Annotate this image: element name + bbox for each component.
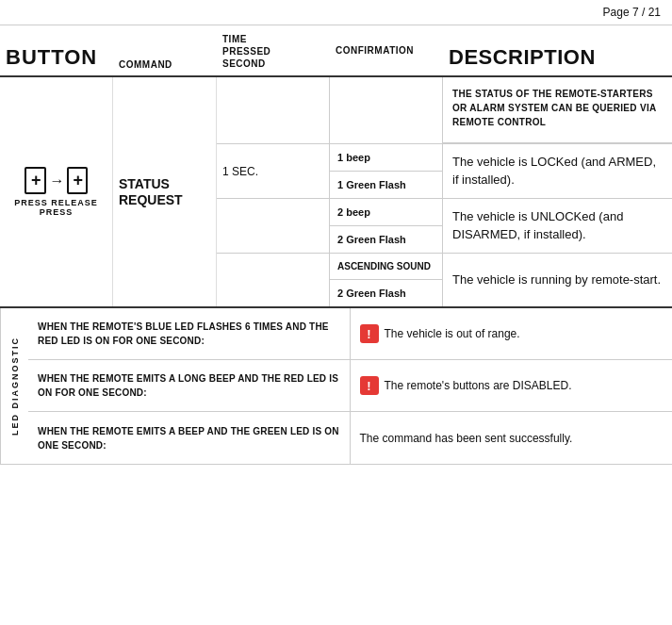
col-command-label: COMMAND [119, 59, 222, 70]
desc-unlocked: The vehicle is UNLOCKed (and DISARMED, i… [443, 199, 672, 254]
conf-ascending: ASCENDING SOUND [330, 254, 442, 280]
led-rows: WHEN THE REMOTE'S BLUE LED FLASHES 6 TIM… [28, 308, 672, 464]
command-title: STATUSREQUEST [119, 176, 183, 208]
warning-badge-1: ! [360, 324, 379, 343]
conf-group3: ASCENDING SOUND 2 Green Flash [330, 254, 443, 306]
group2: 2 beep 2 Green Flash The vehicle is UNLO… [217, 199, 672, 254]
time-empty2 [217, 199, 330, 254]
led-diagnostic-section: LED DIAGNOSTIC WHEN THE REMOTE'S BLUE LE… [0, 308, 672, 465]
conf-1gf: 1 Green Flash [330, 172, 442, 199]
main-content-row: + → + PRESS RELEASE PRESS STATUSREQUEST … [0, 77, 672, 308]
conf-2gf2: 2 Green Flash [330, 280, 442, 306]
press-labels: PRESS RELEASE PRESS [6, 198, 107, 217]
page-number: Page 7 / 21 [603, 6, 661, 19]
command-cell: STATUSREQUEST [113, 77, 217, 306]
time-empty-top [217, 77, 330, 143]
col-description-label: DESCRIPTION [449, 45, 666, 70]
led-diagnostic-label: LED DIAGNOSTIC [0, 308, 28, 464]
led-row-1: WHEN THE REMOTE'S BLUE LED FLASHES 6 TIM… [28, 308, 672, 360]
led-condition-1: WHEN THE REMOTE'S BLUE LED FLASHES 6 TIM… [28, 308, 351, 359]
time-cell: 1 SEC. [217, 144, 330, 199]
group3: ASCENDING SOUND 2 Green Flash The vehicl… [217, 254, 672, 306]
time-value: 1 SEC. [222, 165, 258, 178]
led-row-3: WHEN THE REMOTE EMITS A BEEP AND THE GRE… [28, 412, 672, 464]
led-result-text-3: The command has been sent successfully. [360, 432, 573, 445]
warning-badge-2: ! [360, 376, 379, 395]
page-header: Page 7 / 21 [0, 0, 672, 25]
plus-box-left: + [25, 167, 46, 194]
col-time-label: TIMEPRESSEDSECOND [222, 33, 336, 70]
desc-top-text: THE STATUS OF THE REMOTE-STARTERS OR ALA… [443, 77, 672, 143]
col-confirmation-label: CONFIRMATION [336, 45, 449, 70]
arrow-icon: → [50, 173, 63, 189]
group1: 1 SEC. 1 beep 1 Green Flash The vehicle … [217, 144, 672, 199]
button-cell: + → + PRESS RELEASE PRESS [0, 77, 113, 306]
top-desc-row: THE STATUS OF THE REMOTE-STARTERS OR ALA… [217, 77, 672, 144]
led-result-text-1: The vehicle is out of range. [385, 327, 520, 340]
desc-locked: The vehicle is LOCKed (and ARMED, if ins… [443, 144, 672, 199]
conf-2gf: 2 Green Flash [330, 226, 442, 254]
desc-running: The vehicle is running by remote-start. [443, 254, 672, 306]
right-section: THE STATUS OF THE REMOTE-STARTERS OR ALA… [217, 77, 672, 306]
led-row-2: WHEN THE REMOTE EMITS A LONG BEEP AND TH… [28, 360, 672, 412]
led-result-2: ! The remote's buttons are DISABLED. [351, 360, 673, 411]
conf-group2: 2 beep 2 Green Flash [330, 199, 443, 254]
page-container: Page 7 / 21 BUTTON COMMAND TIMEPRESSEDSE… [0, 0, 672, 465]
conf-empty-top [330, 77, 443, 143]
col-button-label: BUTTON [6, 45, 119, 70]
led-result-3: The command has been sent successfully. [351, 412, 673, 464]
table-header: BUTTON COMMAND TIMEPRESSEDSECOND CONFIRM… [0, 25, 672, 77]
led-result-text-2: The remote's buttons are DISABLED. [385, 379, 572, 392]
led-result-1: ! The vehicle is out of range. [351, 308, 673, 359]
plus-box-right: + [67, 167, 89, 194]
conf-group1: 1 beep 1 Green Flash [330, 144, 443, 199]
led-condition-2: WHEN THE REMOTE EMITS A LONG BEEP AND TH… [28, 360, 351, 411]
conf-2beep: 2 beep [330, 199, 442, 226]
time-empty3 [217, 254, 330, 306]
button-diagram: + → + [25, 167, 88, 194]
led-condition-3: WHEN THE REMOTE EMITS A BEEP AND THE GRE… [28, 412, 351, 464]
conf-1beep: 1 beep [330, 144, 442, 172]
